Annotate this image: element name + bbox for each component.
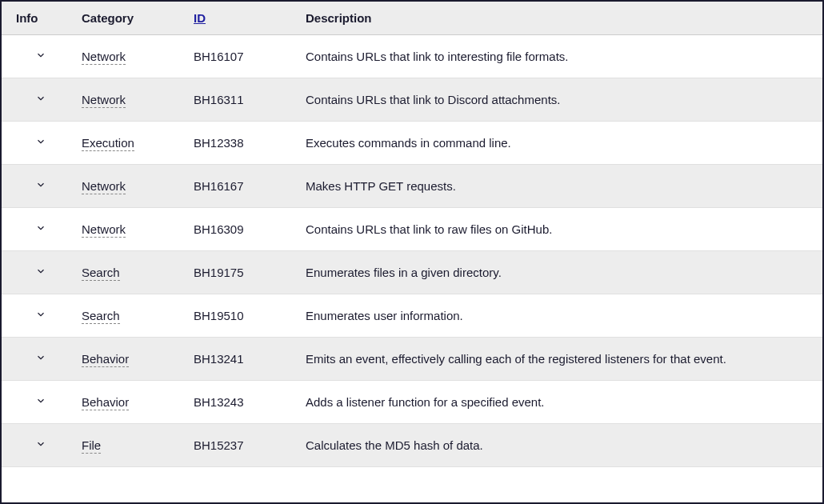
chevron-down-icon[interactable] xyxy=(35,222,46,236)
chevron-down-icon[interactable] xyxy=(35,266,46,279)
behaviors-table: Info Category ID Description NetworkBH16… xyxy=(2,2,822,467)
table-row: BehaviorBH13243Adds a listener function … xyxy=(2,381,822,424)
id-cell: BH16167 xyxy=(186,165,298,208)
category-link[interactable]: File xyxy=(82,438,101,454)
table-row: NetworkBH16311Contains URLs that link to… xyxy=(2,78,822,122)
expand-cell xyxy=(2,78,74,122)
description-cell: Contains URLs that link to interesting f… xyxy=(298,35,822,78)
description-cell: Contains URLs that link to Discord attac… xyxy=(298,78,822,122)
category-cell: Search xyxy=(74,294,186,338)
expand-cell xyxy=(2,424,74,467)
expand-cell xyxy=(2,381,74,424)
description-cell: Enumerates files in a given directory. xyxy=(298,251,822,294)
description-cell: Makes HTTP GET requests. xyxy=(298,165,822,208)
category-cell: Execution xyxy=(74,122,186,165)
description-cell: Calculates the MD5 hash of data. xyxy=(298,424,822,467)
expand-cell xyxy=(2,294,74,338)
table-row: SearchBH19175Enumerates files in a given… xyxy=(2,251,822,294)
category-link[interactable]: Execution xyxy=(82,136,134,151)
category-link[interactable]: Search xyxy=(82,266,120,281)
category-cell: Network xyxy=(74,165,186,208)
description-cell: Contains URLs that link to raw files on … xyxy=(298,208,822,251)
chevron-down-icon[interactable] xyxy=(35,395,46,409)
id-cell: BH19175 xyxy=(186,251,298,294)
table-row: NetworkBH16167Makes HTTP GET requests. xyxy=(2,165,822,208)
id-cell: BH16311 xyxy=(186,78,298,122)
id-cell: BH15237 xyxy=(186,424,298,467)
chevron-down-icon[interactable] xyxy=(35,309,46,322)
category-cell: Behavior xyxy=(74,338,186,381)
id-cell: BH16107 xyxy=(186,35,298,78)
category-cell: Network xyxy=(74,78,186,122)
header-description[interactable]: Description xyxy=(298,2,822,35)
table-row: NetworkBH16309Contains URLs that link to… xyxy=(2,208,822,251)
category-cell: Network xyxy=(74,35,186,78)
expand-cell xyxy=(2,251,74,294)
chevron-down-icon[interactable] xyxy=(35,136,46,150)
table-row: FileBH15237Calculates the MD5 hash of da… xyxy=(2,424,822,467)
description-cell: Adds a listener function for a specified… xyxy=(298,381,822,424)
expand-cell xyxy=(2,35,74,78)
id-cell: BH16309 xyxy=(186,208,298,251)
chevron-down-icon[interactable] xyxy=(35,438,46,452)
category-link[interactable]: Network xyxy=(82,93,126,108)
category-link[interactable]: Search xyxy=(82,309,120,324)
description-cell: Enumerates user information. xyxy=(298,294,822,338)
category-cell: Search xyxy=(74,251,186,294)
header-id-link[interactable]: ID xyxy=(194,11,206,25)
table-row: ExecutionBH12338Executes commands in com… xyxy=(2,122,822,165)
category-link[interactable]: Network xyxy=(82,222,126,238)
behaviors-table-wrapper: Info Category ID Description NetworkBH16… xyxy=(0,0,824,504)
id-cell: BH13243 xyxy=(186,381,298,424)
chevron-down-icon[interactable] xyxy=(35,93,46,106)
header-category[interactable]: Category xyxy=(74,2,186,35)
category-link[interactable]: Behavior xyxy=(82,352,129,367)
chevron-down-icon[interactable] xyxy=(35,352,46,366)
category-cell: File xyxy=(74,424,186,467)
expand-cell xyxy=(2,122,74,165)
header-id[interactable]: ID xyxy=(186,2,298,35)
chevron-down-icon[interactable] xyxy=(35,50,46,63)
category-link[interactable]: Network xyxy=(82,50,126,65)
category-cell: Network xyxy=(74,208,186,251)
chevron-down-icon[interactable] xyxy=(35,179,46,193)
category-cell: Behavior xyxy=(74,381,186,424)
expand-cell xyxy=(2,208,74,251)
id-cell: BH12338 xyxy=(186,122,298,165)
category-link[interactable]: Behavior xyxy=(82,395,129,410)
category-link[interactable]: Network xyxy=(82,179,126,194)
header-info[interactable]: Info xyxy=(2,2,74,35)
table-row: SearchBH19510Enumerates user information… xyxy=(2,294,822,338)
table-row: NetworkBH16107Contains URLs that link to… xyxy=(2,35,822,78)
expand-cell xyxy=(2,165,74,208)
table-row: BehaviorBH13241Emits an event, effective… xyxy=(2,338,822,381)
expand-cell xyxy=(2,338,74,381)
id-cell: BH19510 xyxy=(186,294,298,338)
table-header-row: Info Category ID Description xyxy=(2,2,822,35)
description-cell: Executes commands in command line. xyxy=(298,122,822,165)
description-cell: Emits an event, effectively calling each… xyxy=(298,338,822,381)
id-cell: BH13241 xyxy=(186,338,298,381)
